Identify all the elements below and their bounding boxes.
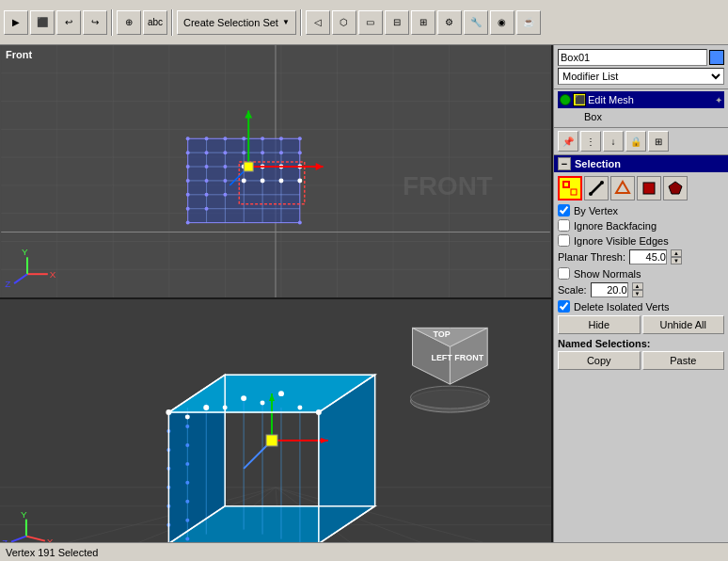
toolbar-btn-8[interactable]: ⬡ — [332, 10, 356, 35]
svg-text:X: X — [50, 269, 56, 280]
svg-point-65 — [297, 178, 302, 183]
status-bar: Vertex 191 Selected — [0, 542, 728, 561]
modifier-stack: ⬛ Edit Mesh ✦ Box — [554, 89, 728, 128]
svg-point-49 — [205, 179, 209, 183]
viewport-area: Front — [0, 45, 553, 561]
svg-rect-150 — [571, 189, 577, 195]
vertex-mode-btn[interactable] — [558, 176, 582, 200]
pin-btn[interactable]: 📌 — [558, 131, 578, 152]
toolbar-btn-6[interactable]: abc — [143, 10, 167, 35]
face-mode-btn[interactable] — [610, 176, 635, 200]
planar-thresh-row: Planar Thresh: ▲ ▼ — [558, 249, 724, 264]
object-name-input[interactable] — [558, 49, 707, 66]
scale-spinner: ▲ ▼ — [632, 282, 643, 297]
box-label: Box — [584, 111, 602, 122]
edge-mode-btn[interactable] — [584, 176, 609, 200]
svg-point-63 — [261, 178, 265, 183]
toolbar-btn-7[interactable]: ◁ — [306, 10, 330, 35]
ignore-backfacing-checkbox[interactable] — [558, 219, 570, 232]
hide-button[interactable]: Hide — [558, 315, 641, 334]
delete-isolated-checkbox[interactable] — [558, 300, 570, 313]
ignore-visible-edges-checkbox[interactable] — [558, 234, 570, 247]
svg-point-42 — [261, 151, 264, 154]
svg-point-37 — [298, 136, 302, 140]
svg-text:FRONT: FRONT — [454, 353, 483, 362]
thresh-up-btn[interactable]: ▲ — [671, 249, 682, 257]
selection-rollout-title: Selection — [575, 158, 621, 169]
svg-point-46 — [205, 165, 209, 168]
create-selection-set-button[interactable]: Create Selection Set ▼ — [177, 10, 296, 35]
object-name-area: Modifier List — [554, 45, 728, 89]
toolbar-btn-2[interactable]: ⬛ — [30, 10, 55, 35]
toolbar-btn-11[interactable]: ⊞ — [411, 10, 435, 35]
thresh-down-btn[interactable]: ▼ — [671, 257, 682, 264]
toolbar-btn-4[interactable]: ↪ — [83, 10, 107, 35]
svg-point-142 — [411, 386, 490, 409]
ignore-visible-edges-label: Ignore Visible Edges — [574, 235, 669, 247]
selection-rollout-header[interactable]: − Selection — [554, 155, 728, 172]
modifier-list-select[interactable]: Modifier List — [558, 68, 724, 85]
copy-paste-row: Copy Paste — [558, 351, 724, 370]
svg-point-55 — [205, 207, 209, 211]
named-selections-label: Named Selections: — [558, 338, 724, 349]
toolbar-btn-9[interactable]: ▭ — [358, 10, 383, 35]
svg-point-39 — [205, 151, 209, 154]
svg-marker-154 — [616, 182, 629, 193]
stack-item-box[interactable]: Box — [558, 108, 724, 125]
stack-item-edit-mesh[interactable]: ⬛ Edit Mesh ✦ — [558, 91, 724, 108]
front-viewport-svg: X Y Z FRONT — [0, 45, 551, 297]
toolbar-btn-5[interactable]: ⊕ — [117, 10, 141, 35]
polygon-mode-btn[interactable] — [637, 176, 661, 200]
sep-2 — [171, 9, 173, 36]
perspective-viewport-svg: LEFT FRONT TOP X Y Z — [0, 299, 551, 561]
toolbar-btn-1[interactable]: ▶ — [4, 10, 28, 35]
toolbar-btn-3[interactable]: ↩ — [56, 10, 81, 35]
svg-point-122 — [185, 500, 189, 504]
expand-btn[interactable]: ⊞ — [648, 131, 669, 152]
svg-point-124 — [185, 537, 189, 541]
svg-point-50 — [223, 179, 227, 183]
svg-point-123 — [185, 519, 189, 522]
svg-point-104 — [241, 395, 246, 401]
svg-marker-156 — [669, 182, 682, 194]
toolbar-btn-14[interactable]: ◉ — [490, 10, 514, 35]
svg-line-151 — [591, 183, 602, 194]
scale-row: Scale: ▲ ▼ — [558, 282, 724, 297]
scale-input[interactable] — [591, 282, 628, 297]
toolbar-btn-10[interactable]: ⊟ — [385, 10, 409, 35]
svg-point-45 — [186, 165, 190, 168]
svg-point-33 — [223, 136, 227, 140]
ignore-backfacing-label: Ignore Backfacing — [574, 220, 657, 232]
svg-point-64 — [278, 178, 283, 183]
scale-up-btn[interactable]: ▲ — [632, 282, 643, 290]
by-vertex-label: By Vertex — [574, 205, 618, 216]
front-viewport[interactable]: Front — [0, 45, 551, 299]
svg-point-53 — [223, 193, 227, 197]
svg-rect-149 — [563, 182, 569, 187]
paste-button[interactable]: Paste — [642, 351, 725, 370]
object-color-swatch[interactable] — [709, 50, 724, 65]
scale-down-btn[interactable]: ▼ — [632, 290, 643, 297]
show-normals-checkbox[interactable] — [558, 267, 570, 280]
by-vertex-row: By Vertex — [558, 204, 724, 216]
svg-point-152 — [589, 192, 593, 196]
planar-thresh-input[interactable] — [629, 249, 667, 264]
toolbar-btn-13[interactable]: 🔧 — [464, 10, 488, 35]
toolbar-btn-12[interactable]: ⚙ — [437, 10, 462, 35]
edit-mesh-icon: ⬛ — [573, 93, 586, 106]
svg-point-36 — [279, 136, 283, 140]
rollout-collapse-btn[interactable]: − — [558, 157, 571, 170]
toolbar-btn-15[interactable]: ☕ — [516, 10, 541, 35]
element-mode-btn[interactable] — [663, 176, 688, 200]
svg-point-105 — [278, 391, 284, 396]
perspective-viewport[interactable]: Perspective — [0, 299, 551, 561]
svg-point-40 — [223, 151, 227, 154]
lock-btn[interactable]: 🔒 — [625, 131, 646, 152]
copy-button[interactable]: Copy — [558, 351, 641, 370]
svg-point-47 — [223, 165, 227, 168]
by-vertex-checkbox[interactable] — [558, 204, 570, 216]
unhide-all-button[interactable]: Unhide All — [642, 315, 725, 334]
options-btn[interactable]: ⋮ — [580, 131, 601, 152]
insert-btn[interactable]: ↓ — [603, 131, 624, 152]
main-toolbar: ▶ ⬛ ↩ ↪ ⊕ abc Create Selection Set ▼ ◁ ⬡… — [0, 0, 728, 45]
